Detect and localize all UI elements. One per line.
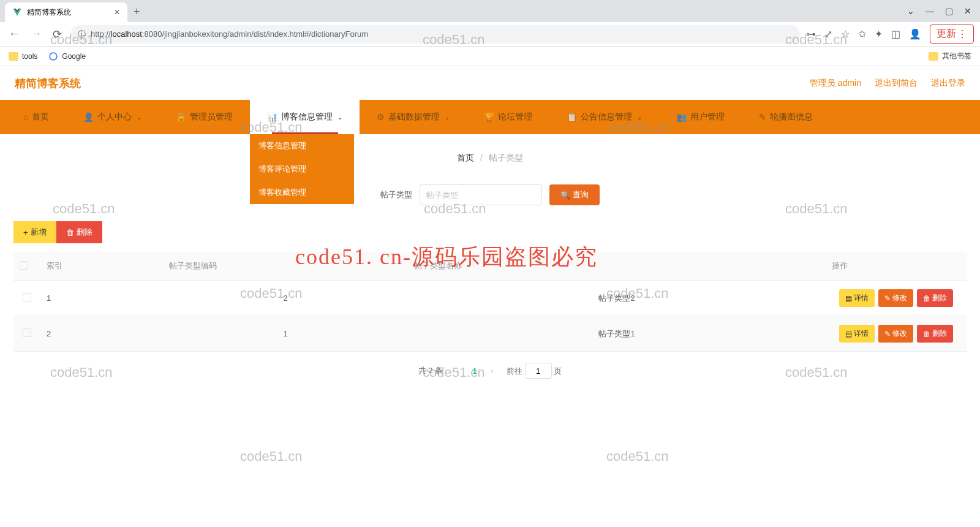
nav-notice[interactable]: 📋公告信息管理⌄ [549, 100, 659, 134]
dropdown-blog-favorite[interactable]: 博客收藏管理 [250, 181, 354, 204]
col-action: 操作 [826, 252, 967, 281]
to-frontend-link[interactable]: 退出到前台 [875, 78, 918, 89]
minimize-icon[interactable]: — [925, 6, 934, 16]
back-button[interactable]: ← [6, 25, 22, 43]
close-window-icon[interactable]: ✕ [964, 6, 971, 16]
profile-icon[interactable]: 👤 [909, 28, 921, 40]
bookmark-google[interactable]: Google [48, 51, 86, 61]
add-button[interactable]: +新增 [13, 221, 56, 243]
admin-label[interactable]: 管理员 admin [810, 78, 861, 89]
address-bar: ← → ⟳ ⓘ http://localhost:8080/jingjianbo… [0, 22, 980, 47]
nav-base-data[interactable]: ⚙基础数据管理⌄ [360, 100, 467, 134]
nav-home[interactable]: ⌂首页 [6, 100, 66, 134]
nav-admin[interactable]: 🔒管理员管理 [159, 100, 250, 134]
close-tab-icon[interactable]: ✕ [114, 8, 120, 17]
delete-button[interactable]: 🗑删除 [917, 325, 953, 343]
tab-bar: 精简博客系统 ✕ + ⌄ — ▢ ✕ [0, 0, 980, 22]
breadcrumb-current: 帖子类型 [489, 153, 523, 162]
trash-icon: 🗑 [923, 294, 930, 303]
google-icon [48, 51, 58, 61]
watermark: code51.cn [240, 449, 303, 464]
edit-button[interactable]: ✎修改 [878, 325, 913, 343]
logout-link[interactable]: 退出登录 [931, 78, 965, 89]
search-button[interactable]: 🔍查询 [549, 184, 600, 205]
pagination-prev[interactable]: ‹ [453, 366, 462, 376]
data-table: 索引 帖子类型编码 帖子类型名称 操作 1 2 帖子类型2 ▤详情 ✎修改 🗑删… [13, 252, 967, 352]
pagination-goto-input[interactable] [525, 363, 552, 379]
pencil-icon: ✎ [884, 294, 891, 303]
row-checkbox[interactable] [23, 293, 31, 301]
row-checkbox[interactable] [23, 328, 31, 337]
trash-icon: 🗑 [66, 228, 74, 237]
cell-name: 帖子类型1 [408, 316, 826, 352]
trophy-icon: 🏆 [484, 112, 494, 122]
doc-icon: ▤ [845, 294, 852, 303]
delete-bulk-button[interactable]: 🗑删除 [56, 221, 102, 243]
edit-icon: ✎ [759, 112, 766, 122]
breadcrumb: 首页 / 帖子类型 [13, 145, 967, 171]
detail-button[interactable]: ▤详情 [839, 289, 875, 307]
nav-users[interactable]: 👥用户管理 [659, 100, 742, 134]
home-icon: ⌂ [23, 112, 28, 122]
action-bar: +新增 🗑删除 [13, 221, 967, 243]
maximize-icon[interactable]: ▢ [945, 6, 953, 16]
filter-bar: 帖子类型 🔍查询 [13, 184, 967, 205]
update-button[interactable]: 更新 ⋮ [930, 25, 974, 44]
chevron-down-icon: ⌄ [337, 114, 342, 121]
chevron-down-icon[interactable]: ⌄ [907, 6, 914, 16]
browser-chrome: 精简博客系统 ✕ + ⌄ — ▢ ✕ ← → ⟳ ⓘ http://localh… [0, 0, 980, 66]
search-url-icon[interactable]: ⤢ [824, 28, 832, 40]
app-header: 精简博客系统 管理员 admin 退出到前台 退出登录 [0, 66, 980, 100]
pencil-icon: ✎ [884, 330, 891, 338]
dropdown-blog-comment[interactable]: 博客评论管理 [250, 157, 354, 181]
filter-input[interactable] [420, 184, 542, 205]
col-index: 索引 [40, 252, 163, 281]
cell-name: 帖子类型2 [408, 281, 826, 316]
cell-code: 1 [163, 316, 408, 352]
side-panel-icon[interactable]: ◫ [891, 28, 900, 40]
bookmark-icon[interactable]: ✩ [858, 28, 866, 40]
new-tab-button[interactable]: + [127, 2, 146, 22]
clipboard-icon: 📋 [567, 112, 577, 122]
breadcrumb-home[interactable]: 首页 [457, 153, 474, 162]
pagination-total: 共 2 条 [418, 365, 443, 376]
forward-button[interactable]: → [28, 25, 44, 43]
vue-favicon-icon [12, 7, 22, 17]
tab-title: 精简博客系统 [27, 7, 71, 18]
svg-point-0 [50, 53, 58, 60]
nav-carousel[interactable]: ✎轮播图信息 [742, 100, 830, 134]
url-input[interactable]: ⓘ http://localhost:8080/jingjianbokexito… [70, 25, 800, 44]
content-area: 首页 / 帖子类型 帖子类型 🔍查询 +新增 🗑删除 索引 帖子类型编码 帖子类… [0, 134, 980, 390]
pagination-page[interactable]: 1 [472, 366, 477, 376]
bookmark-other[interactable]: 其他书签 [929, 51, 971, 61]
users-icon: 👥 [676, 112, 687, 122]
window-controls: ⌄ — ▢ ✕ [899, 0, 980, 22]
pagination-next[interactable]: › [487, 366, 497, 376]
extensions-icon[interactable]: ✦ [875, 28, 883, 40]
folder-icon [929, 52, 938, 61]
nav-profile[interactable]: 👤个人中心⌄ [66, 100, 159, 134]
reload-button[interactable]: ⟳ [50, 25, 64, 44]
search-icon: 🔍 [560, 191, 570, 200]
key-icon[interactable]: ⊶ [806, 28, 816, 40]
browser-tab[interactable]: 精简博客系统 ✕ [5, 2, 127, 22]
nav-forum[interactable]: 🏆论坛管理 [467, 100, 549, 134]
user-icon: 👤 [83, 112, 94, 122]
trash-icon: 🗑 [923, 330, 930, 338]
dropdown-blog-info[interactable]: 博客信息管理 [250, 134, 354, 157]
detail-button[interactable]: ▤详情 [839, 325, 875, 343]
info-icon: ⓘ [78, 29, 86, 40]
cell-code: 2 [163, 281, 408, 316]
bookmark-tools[interactable]: tools [9, 52, 37, 61]
blog-info-dropdown: 博客信息管理 博客评论管理 博客收藏管理 [250, 134, 354, 204]
edit-button[interactable]: ✎修改 [878, 289, 913, 307]
delete-button[interactable]: 🗑删除 [917, 289, 953, 307]
share-icon[interactable]: ☆ [841, 28, 850, 40]
select-all-checkbox[interactable] [20, 261, 28, 270]
chevron-down-icon: ⌄ [445, 114, 450, 121]
watermark: code51.cn [606, 449, 669, 464]
nav-blog-info[interactable]: 📊博客信息管理⌄ 博客信息管理 博客评论管理 博客收藏管理 [250, 100, 360, 134]
pagination: 共 2 条 ‹ 1 › 前往 页 [13, 363, 967, 379]
table-row: 1 2 帖子类型2 ▤详情 ✎修改 🗑删除 [13, 281, 967, 316]
folder-icon [9, 52, 18, 61]
